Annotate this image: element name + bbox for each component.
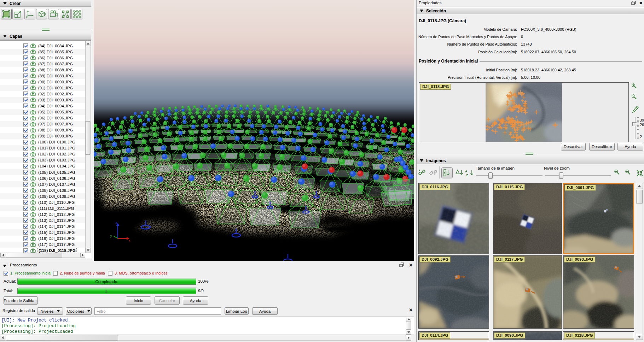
svg-text:z: z bbox=[116, 221, 117, 224]
svg-text:y: y bbox=[110, 234, 112, 238]
svg-text:x: x bbox=[129, 239, 130, 242]
svg-text:Z: Z bbox=[466, 173, 468, 177]
svg-text:A: A bbox=[465, 170, 468, 173]
